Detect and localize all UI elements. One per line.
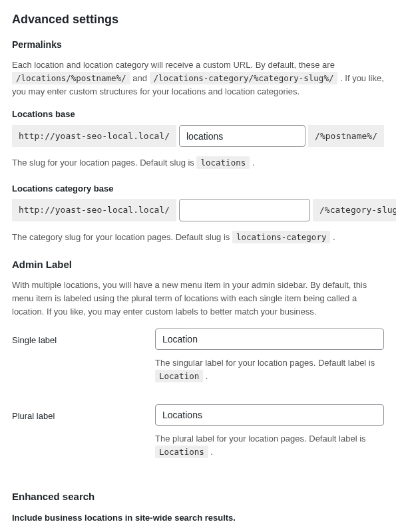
plural-label-help-pre: The plural label for your location pages… [155,434,366,444]
permalinks-intro-pre: Each location and location category will… [12,60,335,70]
category-base-help-code: locations-category [232,231,330,243]
enhanced-search-statement: Include business locations in site-wide … [12,511,384,525]
category-base-row: http://yoast-seo-local.local/ /%category… [12,199,384,221]
permalink-code-category: /locations-category/%category-slug%/ [150,72,338,84]
single-label-help-pre: The singular label for your location pag… [155,358,375,368]
permalinks-heading: Permalinks [12,38,384,52]
plural-label-input[interactable] [155,404,384,426]
locations-base-input[interactable] [179,125,305,148]
single-label-row: Single label The singular label for your… [12,329,384,400]
locations-base-help-post: . [252,158,255,168]
category-base-suffix: /%category-slug%/ [313,199,396,221]
category-base-help-pre: The category slug for your location page… [12,232,232,242]
single-label: Single label [12,329,155,347]
permalinks-intro-mid: and [132,73,149,83]
locations-base-suffix: /%postname%/ [308,125,384,148]
locations-base-row: http://yoast-seo-local.local/ /%postname… [12,125,384,148]
single-label-help: The singular label for your location pag… [155,356,384,383]
plural-label-help: The plural label for your location pages… [155,432,384,459]
locations-base-help: The slug for your location pages. Defaul… [12,156,384,170]
category-base-help-post: . [333,232,335,242]
admin-label-intro: With multiple locations, you will have a… [12,279,384,319]
plural-label-row: Plural label The plural label for your l… [12,404,384,476]
plural-label-help-code: Locations [155,446,208,458]
single-label-help-code: Location [155,370,203,382]
locations-base-help-pre: The slug for your location pages. Defaul… [12,158,196,168]
single-label-help-post: . [206,371,208,381]
locations-base-label: Locations base [12,108,384,121]
permalink-code-locations: /locations/%postname%/ [12,72,130,84]
category-base-label: Locations category base [12,182,384,196]
plural-label-help-post: . [210,447,213,457]
category-base-input[interactable] [179,199,310,221]
plural-label: Plural label [12,404,155,423]
enhanced-search-heading: Enhanced search [12,489,384,505]
admin-label-heading: Admin Label [12,257,384,273]
permalinks-intro: Each location and location category will… [12,59,384,98]
locations-base-prefix: http://yoast-seo-local.local/ [12,125,176,148]
category-base-prefix: http://yoast-seo-local.local/ [12,199,176,221]
category-base-help: The category slug for your location page… [12,231,384,244]
locations-base-help-code: locations [196,156,250,169]
page-title: Advanced settings [12,11,384,29]
single-label-input[interactable] [155,329,384,350]
